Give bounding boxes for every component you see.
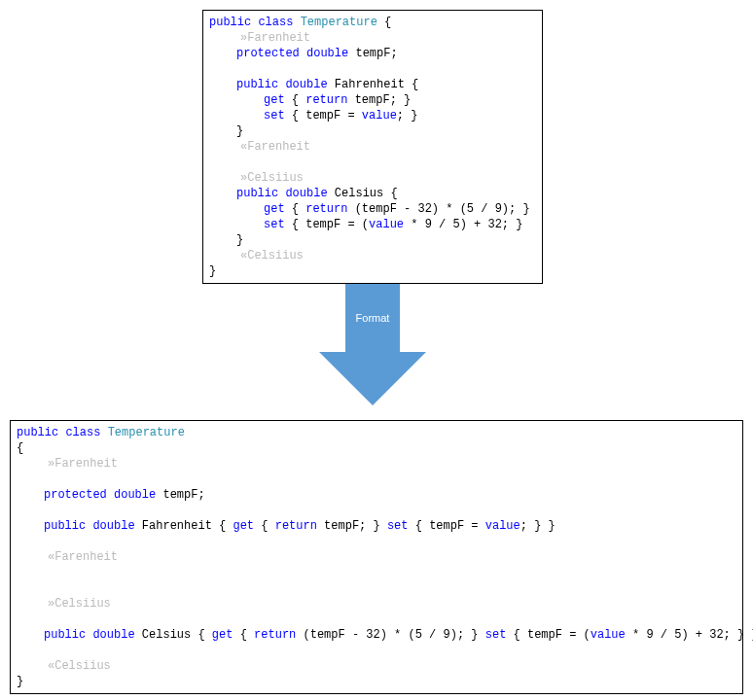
line: get { return tempF; }	[209, 92, 536, 108]
code-after: public class Temperature { »Farenheit pr…	[10, 420, 743, 694]
region-close-farenheit: «Farenheit	[209, 139, 536, 155]
region-open-celsius: »Celsiius	[17, 596, 736, 612]
line: }	[209, 123, 536, 139]
keyword-protected: protected	[236, 47, 300, 60]
line: }	[17, 674, 736, 689]
line: }	[209, 232, 536, 248]
keyword-double: double	[306, 47, 348, 60]
blank-line	[209, 155, 536, 170]
region-open-farenheit: »Farenheit	[209, 30, 536, 46]
blank-line	[17, 612, 736, 627]
arrow-shaft: Format	[345, 284, 400, 352]
region-open-farenheit: »Farenheit	[17, 456, 736, 472]
line: get { return (tempF - 32) * (5 / 9); }	[209, 201, 536, 217]
line: public class Temperature {	[209, 15, 536, 30]
arrow-head-icon	[319, 352, 426, 405]
line: protected double tempF;	[209, 46, 536, 61]
format-arrow: Format	[319, 284, 426, 405]
region-open-celsius: »Celsiius	[209, 170, 536, 186]
line: protected double tempF;	[17, 487, 736, 503]
blank-line	[17, 643, 736, 658]
arrow-label: Format	[356, 310, 390, 326]
brace: {	[384, 16, 391, 29]
blank-line	[17, 580, 736, 596]
region-close-celsius: «Celsiius	[17, 658, 736, 674]
code-before: public class Temperature { »Farenheit pr…	[202, 10, 543, 284]
blank-line	[17, 565, 736, 580]
blank-line	[209, 61, 536, 77]
blank-line	[17, 503, 736, 518]
region-close-celsius: «Celsiius	[209, 248, 536, 263]
field: tempF;	[348, 47, 397, 60]
blank-line	[17, 472, 736, 487]
line: public double Celsius {	[209, 186, 536, 201]
region-close-farenheit: «Farenheit	[17, 549, 736, 565]
keyword-public: public	[209, 16, 251, 29]
class-name: Temperature	[301, 16, 377, 29]
line: }	[209, 263, 536, 279]
line: public class Temperature	[17, 425, 736, 440]
line: public double Fahrenheit { get { return …	[17, 518, 736, 534]
line: public double Fahrenheit {	[209, 77, 536, 92]
line: public double Celsius { get { return (te…	[17, 627, 736, 643]
line: set { tempF = value; }	[209, 108, 536, 123]
blank-line	[17, 534, 736, 549]
keyword-class: class	[258, 16, 293, 29]
line: set { tempF = (value * 9 / 5) + 32; }	[209, 217, 536, 232]
line: {	[17, 440, 736, 456]
